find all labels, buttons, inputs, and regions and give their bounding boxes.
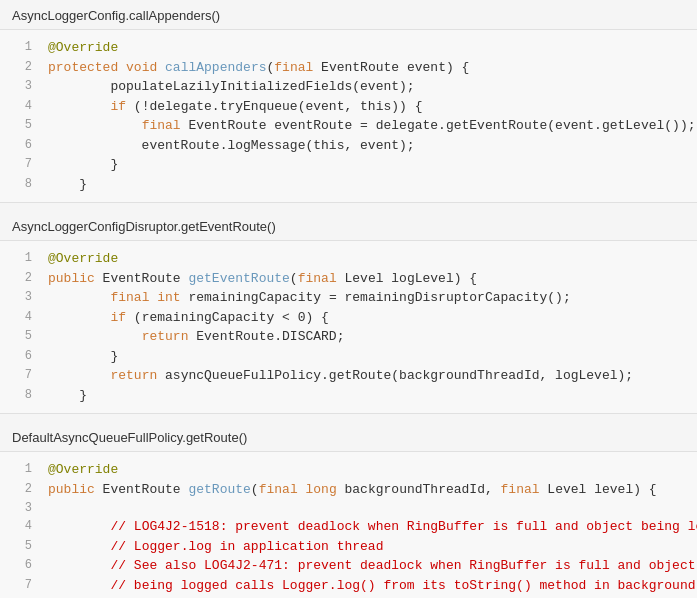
line-number: 4 [8,97,32,115]
line-content: final EventRoute eventRoute = delegate.g… [48,116,696,136]
line-number: 5 [8,116,32,134]
plain-token [157,60,165,75]
plain-token: EventRoute [95,271,189,286]
plain-token: ( [290,271,298,286]
code-line: 3 populateLazilyInitializedFields(event)… [0,77,697,97]
keyword-token: if [110,310,126,325]
line-content: @Override [48,38,689,58]
plain-token: } [48,349,118,364]
plain-token: backgroundThreadId, [337,482,501,497]
keyword-token: int [157,290,180,305]
code-line: 7 return asyncQueueFullPolicy.getRoute(b… [0,366,697,386]
line-content: if (remainingCapacity < 0) { [48,308,689,328]
plain-token: remainingCapacity = remainingDisruptorCa… [181,290,571,305]
line-content: } [48,175,689,195]
code-line: 7 // being logged calls Logger.log() fro… [0,576,697,596]
keyword-token: if [110,99,126,114]
line-content: } [48,386,689,406]
plain-token [118,60,126,75]
keyword-token: public [48,482,95,497]
line-number: 5 [8,537,32,555]
line-content: public EventRoute getRoute(final long ba… [48,480,689,500]
comment-token: // LOG4J2-1518: prevent deadlock when Ri… [110,519,697,534]
line-number: 3 [8,499,32,517]
code-line: 7 } [0,155,697,175]
plain-token [48,578,110,593]
plain-token: EventRoute [95,482,189,497]
line-content: } [48,155,689,175]
code-line: 8 } [0,175,697,195]
line-content: // being logged calls Logger.log() from … [48,576,697,596]
line-number: 1 [8,249,32,267]
comment-token: // being logged calls Logger.log() from … [110,578,697,593]
line-content: protected void callAppenders(final Event… [48,58,689,78]
line-number: 6 [8,136,32,154]
line-number: 5 [8,327,32,345]
line-content: @Override [48,249,689,269]
keyword-token: final [259,482,298,497]
plain-token [48,310,110,325]
line-number: 6 [8,556,32,574]
plain-token: } [48,177,87,192]
line-number: 6 [8,347,32,365]
keyword-token: final [298,271,337,286]
comment-token: // Logger.log in application thread [110,539,383,554]
plain-token: ( [251,482,259,497]
plain-token: Level logLevel) { [337,271,477,286]
line-number: 1 [8,38,32,56]
line-number: 8 [8,175,32,193]
keyword-token: final [110,290,149,305]
plain-token [298,482,306,497]
plain-token [48,99,110,114]
annotation-token: @Override [48,462,118,477]
method-token: getRoute [188,482,250,497]
line-content: if (!delegate.tryEnqueue(event, this)) { [48,97,689,117]
keyword-token: final [274,60,313,75]
keyword-token: return [110,368,157,383]
line-number: 7 [8,576,32,594]
comment-token: // See also LOG4J2-471: prevent deadlock… [110,558,695,573]
code-line: 5 // Logger.log in application thread [0,537,697,557]
plain-token: } [48,388,87,403]
keyword-token: protected [48,60,118,75]
line-number: 8 [8,386,32,404]
plain-token: (!delegate.tryEnqueue(event, this)) { [126,99,422,114]
code-block-0: 1@Override2protected void callAppenders(… [0,29,697,203]
plain-token [48,329,142,344]
plain-token: } [48,157,118,172]
code-line: 1@Override [0,249,697,269]
line-content: return asyncQueueFullPolicy.getRoute(bac… [48,366,689,386]
code-line: 2protected void callAppenders(final Even… [0,58,697,78]
line-content: return EventRoute.DISCARD; [48,327,689,347]
plain-token [48,290,110,305]
code-line: 1@Override [0,38,697,58]
code-line: 4 if (!delegate.tryEnqueue(event, this))… [0,97,697,117]
plain-token [48,558,110,573]
line-number: 2 [8,480,32,498]
annotation-token: @Override [48,251,118,266]
app-container: AsyncLoggerConfig.callAppenders()1@Overr… [0,0,697,598]
line-number: 1 [8,460,32,478]
keyword-token: public [48,271,95,286]
plain-token [48,519,110,534]
code-line: 5 return EventRoute.DISCARD; [0,327,697,347]
plain-token: (remainingCapacity < 0) { [126,310,329,325]
code-line: 2public EventRoute getEventRoute(final L… [0,269,697,289]
line-content: // Logger.log in application thread [48,537,689,557]
code-block-2: 1@Override2public EventRoute getRoute(fi… [0,451,697,598]
line-content: @Override [48,460,689,480]
line-number: 2 [8,58,32,76]
code-line: 4 if (remainingCapacity < 0) { [0,308,697,328]
method-token: getEventRoute [188,271,289,286]
code-line: 6 eventRoute.logMessage(this, event); [0,136,697,156]
keyword-token: return [142,329,189,344]
line-number: 7 [8,155,32,173]
line-content: // LOG4J2-1518: prevent deadlock when Ri… [48,517,697,537]
plain-token [48,539,110,554]
keyword-token: void [126,60,157,75]
method-token: callAppenders [165,60,266,75]
line-content: public EventRoute getEventRoute(final Le… [48,269,689,289]
line-number: 3 [8,288,32,306]
code-line: 8 } [0,386,697,406]
code-line: 5 final EventRoute eventRoute = delegate… [0,116,697,136]
